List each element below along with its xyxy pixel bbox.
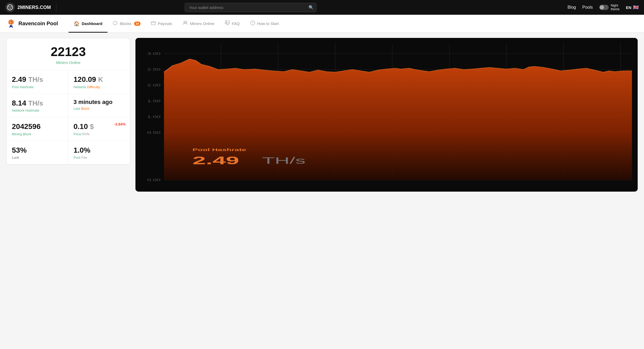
logo-area[interactable]: 2MINERS.COM — [5, 3, 56, 12]
pool-fee-label: Pool Fee — [74, 156, 125, 159]
svg-text:2.49: 2.49 — [193, 154, 239, 167]
miners-icon — [183, 21, 188, 26]
network-hashrate-value: 8.14 TH/s — [12, 99, 63, 108]
tab-how-to-start[interactable]: ? How to Start — [245, 15, 284, 33]
howtostart-icon: ? — [250, 21, 255, 27]
network-hashrate-cell: 8.14 TH/s Network Hashrate — [7, 94, 68, 117]
pool-hashrate-cell: 2.49 TH/s Pool Hashrate — [7, 70, 68, 94]
chart-svg: 3.00 2.50 2.00 1.50 1.00 0.50 0.00 Pool … — [135, 38, 638, 191]
svg-point-4 — [10, 22, 11, 22]
dashboard-icon: 🏠 — [74, 21, 80, 27]
ravencoin-icon — [6, 18, 16, 29]
night-theme-toggle[interactable]: Night theme — [599, 4, 619, 11]
svg-text:3.00: 3.00 — [147, 52, 161, 55]
miners-count: 22123 — [12, 46, 125, 58]
pools-link[interactable]: Pools — [582, 5, 593, 10]
tab-blocks-label: Blocks — [120, 21, 131, 26]
pool-hashrate-label: Pool Hashrate — [12, 85, 63, 89]
last-block-label: Last Block — [74, 107, 125, 111]
svg-text:2.50: 2.50 — [147, 68, 161, 71]
network-hashrate-label: Network Hashrate — [12, 108, 63, 112]
main-content: 22123 Miners Online 2.49 TH/s Pool Hashr… — [0, 33, 644, 197]
blocks-badge: 34 — [134, 22, 140, 26]
tab-miners-online[interactable]: Miners Online — [177, 15, 220, 33]
price-cell: 0.10 $ Price RVN — [68, 117, 130, 141]
tab-dashboard[interactable]: 🏠 Dashboard — [69, 15, 108, 33]
svg-point-8 — [184, 21, 185, 23]
svg-rect-10 — [225, 21, 230, 24]
luck-fee-row: 53% Luck 1.0% Pool Fee — [7, 141, 130, 165]
mining-block-value: 2042596 — [12, 122, 63, 131]
svg-text:?: ? — [252, 22, 253, 24]
nav-links: Blog Pools Night theme EN 🇬🇧 — [568, 4, 639, 11]
language-selector[interactable]: EN 🇬🇧 — [626, 4, 639, 10]
wallet-search[interactable]: 🔍 — [185, 3, 316, 12]
price-change-badge: -3.84% — [114, 122, 126, 126]
svg-marker-5 — [113, 21, 117, 25]
hashrate-difficulty-row: 2.49 TH/s Pool Hashrate 120.09 K Network… — [7, 70, 130, 94]
pool-fee-value: 1.0% — [74, 146, 125, 155]
svg-point-9 — [185, 21, 187, 23]
pool-hashrate-value: 2.49 TH/s — [12, 75, 63, 84]
mining-block-cell: 2042596 Mining Block — [7, 117, 68, 141]
network-difficulty-cell: 120.09 K Network Difficulty — [68, 70, 130, 94]
svg-point-0 — [7, 5, 13, 10]
theme-toggle-switch[interactable] — [599, 5, 609, 10]
price-label: Price RVN — [74, 132, 125, 136]
svg-text:1.00: 1.00 — [147, 115, 161, 118]
tab-payouts[interactable]: Payouts — [146, 15, 177, 33]
tab-faq[interactable]: FAQ — [220, 15, 245, 33]
svg-point-2 — [11, 6, 12, 7]
pool-title: Ravencoin Pool — [18, 21, 58, 27]
luck-value: 53% — [12, 146, 63, 155]
luck-cell: 53% Luck — [7, 141, 68, 164]
mining-block-price-row: 2042596 Mining Block 0.10 $ Price RVN -3… — [7, 117, 130, 141]
tab-blocks[interactable]: Blocks 34 — [108, 15, 145, 33]
svg-rect-6 — [151, 22, 155, 25]
blog-link[interactable]: Blog — [568, 5, 576, 10]
svg-text:2.00: 2.00 — [147, 83, 161, 87]
lang-label: EN — [626, 5, 631, 10]
sub-navigation: Ravencoin Pool 🏠 Dashboard Blocks 34 Pay — [0, 15, 644, 33]
nav-tabs: 🏠 Dashboard Blocks 34 Payouts — [69, 15, 638, 33]
pool-fee-cell: 1.0% Pool Fee — [68, 141, 130, 164]
tab-dashboard-label: Dashboard — [82, 21, 102, 26]
faq-icon — [225, 21, 230, 27]
network-hashrate-lastblock-row: 8.14 TH/s Network Hashrate 3 minutes ago… — [7, 94, 130, 118]
last-block-cell: 3 minutes ago Last Block — [68, 94, 130, 117]
svg-text:0.50: 0.50 — [147, 131, 161, 134]
tab-howtostart-label: How to Start — [257, 21, 279, 26]
uk-flag-icon: 🇬🇧 — [633, 4, 639, 10]
tab-payouts-label: Payouts — [158, 21, 172, 26]
pool-title-area: Ravencoin Pool — [6, 18, 58, 29]
miners-online-box: 22123 Miners Online — [7, 38, 130, 70]
network-difficulty-value: 120.09 K — [74, 75, 125, 84]
stats-card: 22123 Miners Online 2.49 TH/s Pool Hashr… — [6, 38, 130, 165]
miners-online-text: Online — [69, 60, 80, 65]
tab-faq-label: FAQ — [232, 21, 240, 26]
night-theme-label: Night theme — [611, 4, 619, 11]
blocks-icon — [113, 21, 118, 27]
svg-text:1.50: 1.50 — [147, 99, 161, 103]
svg-text:Pool Hashrate: Pool Hashrate — [193, 148, 246, 152]
luck-label: Luck — [12, 156, 63, 159]
hashrate-chart: 3.00 2.50 2.00 1.50 1.00 0.50 0.00 Pool … — [135, 38, 638, 192]
miners-label: Miners Online — [12, 60, 125, 65]
svg-text:0.00: 0.00 — [147, 178, 161, 182]
mining-block-label: Mining Block — [12, 132, 63, 136]
wallet-address-input[interactable] — [185, 3, 316, 12]
miners-prefix: Miners — [56, 60, 68, 65]
logo-icon — [5, 3, 15, 12]
logo-text: 2MINERS.COM — [17, 5, 51, 10]
svg-text:TH/s: TH/s — [262, 155, 306, 166]
last-block-value: 3 minutes ago — [74, 99, 125, 106]
top-navigation: 2MINERS.COM 🔍 Blog Pools Night theme EN … — [0, 0, 644, 15]
svg-point-1 — [8, 6, 9, 7]
network-difficulty-label: Network Difficulty — [74, 85, 125, 89]
payouts-icon — [151, 21, 156, 26]
tab-miners-label: Miners Online — [190, 21, 214, 26]
search-button[interactable]: 🔍 — [309, 5, 314, 10]
